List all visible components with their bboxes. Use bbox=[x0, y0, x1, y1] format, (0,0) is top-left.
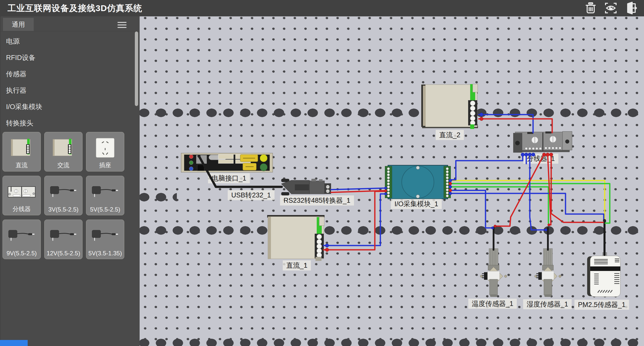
palette-label: 分线器 bbox=[3, 205, 41, 213]
device-label: 温度传感器_1 bbox=[468, 299, 517, 309]
component-palette: 直流 交流 bbox=[3, 132, 138, 259]
palette-label: 3V(5.5-2.5) bbox=[45, 206, 82, 213]
menu-icon[interactable] bbox=[117, 20, 127, 27]
divider bbox=[1, 31, 140, 31]
device-io-module[interactable] bbox=[385, 164, 451, 200]
device-label: 直流_2 bbox=[436, 130, 464, 140]
device-splitter[interactable] bbox=[513, 130, 574, 155]
sidebar-scrollbar[interactable] bbox=[135, 31, 138, 106]
palette-label: 5V(5.5-2.5) bbox=[86, 206, 124, 213]
exit-icon[interactable] bbox=[624, 2, 637, 15]
device-label: 电脑接口_1 bbox=[208, 173, 250, 183]
device-label: I/O采集模块_1 bbox=[391, 199, 442, 209]
palette-item-socket[interactable]: 插座 bbox=[86, 132, 124, 171]
sidebar-item-actuator[interactable]: 执行器 bbox=[1, 82, 140, 98]
palette-label: 12V(5.5-2.5) bbox=[45, 250, 82, 257]
ac-thumbnail bbox=[45, 135, 82, 160]
title-bar: 工业互联网设备及接线3D仿真系统 bbox=[0, 0, 644, 16]
palette-item-dc[interactable]: 直流 bbox=[3, 132, 41, 171]
splitter-thumbnail bbox=[3, 179, 41, 204]
device-temperature-sensor[interactable] bbox=[478, 248, 509, 298]
device-label: 分线器_1 bbox=[523, 154, 558, 164]
component-sidebar: 通用 电源 RFID设备 传感器 执行器 I/O采集模块 转换接头 bbox=[0, 16, 140, 346]
palette-item-12v[interactable]: 12V(5.5-2.5) bbox=[44, 220, 83, 259]
header-toolbar bbox=[584, 2, 637, 15]
app-window: 工业互联网设备及接线3D仿真系统 bbox=[0, 0, 644, 346]
adapter-thumbnail bbox=[86, 179, 124, 204]
device-label: PM2.5传感器_1 bbox=[574, 300, 629, 310]
category-menu: 电源 RFID设备 传感器 执行器 I/O采集模块 转换接头 bbox=[1, 33, 140, 131]
sidebar-item-io-module[interactable]: I/O采集模块 bbox=[1, 98, 140, 115]
corner-accent bbox=[0, 340, 28, 346]
tab-general[interactable]: 通用 bbox=[3, 18, 34, 31]
device-humidity-sensor[interactable] bbox=[533, 248, 563, 298]
adapter-thumbnail bbox=[45, 179, 82, 204]
device-pc-interface[interactable] bbox=[181, 153, 274, 174]
sidebar-item-sensor[interactable]: 传感器 bbox=[1, 66, 140, 82]
palette-label: 交流 bbox=[45, 161, 82, 169]
view-eye-icon[interactable] bbox=[604, 2, 617, 15]
palette-item-5v[interactable]: 5V(5.5-2.5) bbox=[86, 176, 124, 215]
trash-icon[interactable] bbox=[584, 2, 597, 15]
sidebar-item-adapter[interactable]: 转换接头 bbox=[1, 115, 140, 131]
adapter-thumbnail bbox=[3, 223, 41, 248]
dc-thumbnail bbox=[3, 135, 41, 160]
palette-item-ac[interactable]: 交流 bbox=[44, 132, 83, 171]
device-rs232-485-converter[interactable] bbox=[279, 178, 333, 196]
app-title: 工业互联网设备及接线3D仿真系统 bbox=[8, 3, 142, 14]
palette-item-5v-small[interactable]: 5V(3.5-1.35) bbox=[86, 220, 124, 259]
device-dc-power-2[interactable] bbox=[420, 83, 480, 130]
socket-thumbnail bbox=[86, 135, 124, 160]
adapter-thumbnail bbox=[45, 223, 82, 248]
adapter-thumbnail bbox=[86, 223, 124, 248]
device-label: USB转232_1 bbox=[228, 190, 274, 200]
device-label: RS232转485转换器_1 bbox=[280, 195, 354, 205]
palette-label: 插座 bbox=[86, 161, 124, 169]
device-label: 湿度传感器_1 bbox=[523, 299, 572, 309]
palette-item-3v[interactable]: 3V(5.5-2.5) bbox=[44, 176, 83, 215]
palette-item-splitter[interactable]: 分线器 bbox=[3, 176, 41, 215]
device-pm25-sensor[interactable] bbox=[587, 252, 622, 299]
palette-item-9v[interactable]: 9V(5.5-2.5) bbox=[3, 220, 41, 259]
device-dc-power-1[interactable] bbox=[266, 214, 327, 262]
palette-label: 5V(3.5-1.35) bbox=[86, 250, 124, 257]
device-label: 直流_1 bbox=[283, 260, 311, 270]
sidebar-item-power[interactable]: 电源 bbox=[1, 33, 140, 49]
palette-label: 9V(5.5-2.5) bbox=[3, 250, 41, 257]
palette-label: 直流 bbox=[3, 161, 41, 169]
sidebar-item-rfid[interactable]: RFID设备 bbox=[1, 49, 140, 66]
